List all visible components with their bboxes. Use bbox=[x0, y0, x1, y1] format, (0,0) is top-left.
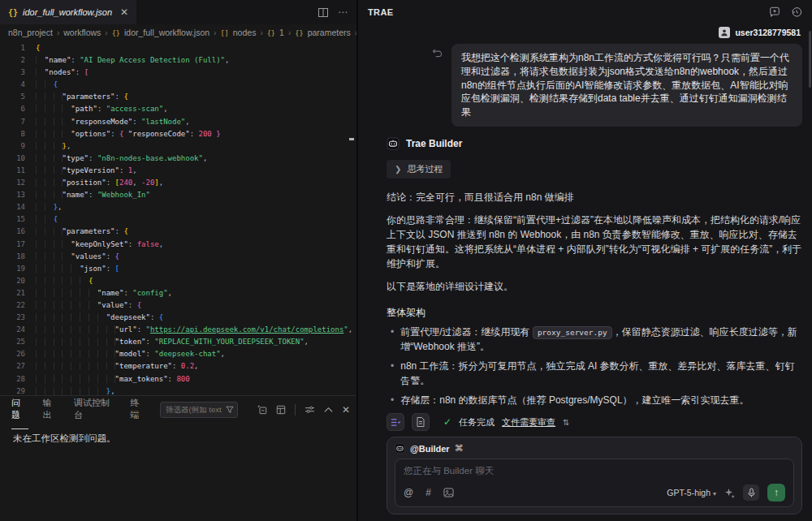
chat-scrollbar[interactable] bbox=[809, 31, 811, 88]
panel-tab[interactable]: 输出 bbox=[43, 390, 60, 429]
user-message: 我想把这个检测系统重构为n8n工作流的方式你觉得可行吗？只需前置一个代理和过滤器… bbox=[451, 44, 802, 127]
new-chat-icon[interactable] bbox=[769, 6, 780, 18]
editor-pane: {} idor_full_workflow.json ✕ ⋯ n8n_proje… bbox=[0, 0, 358, 521]
code-line: 28 "max_tokens": 800 bbox=[0, 373, 356, 385]
code-editor[interactable]: 1{2 "name": "AI Deep Access Detection (F… bbox=[0, 41, 356, 395]
breadcrumb-item[interactable]: workflows bbox=[63, 28, 101, 37]
paragraph: 你的思路非常合理：继续保留“前置代理+过滤器”在本地以降低噪声和成本，把结构化的… bbox=[387, 213, 802, 271]
chat-title: TRAE bbox=[368, 7, 394, 17]
code-line: 4 { bbox=[0, 79, 356, 91]
breadcrumb[interactable]: n8n_project›workflows›{} idor_full_workf… bbox=[0, 24, 356, 41]
code-line: 5 "parameters": { bbox=[0, 91, 356, 103]
breadcrumb-item[interactable]: [] nodes bbox=[220, 28, 256, 37]
chat-pane: TRAE user3128779581 我 bbox=[358, 0, 812, 521]
revert-checkpoint-icon[interactable] bbox=[432, 48, 443, 58]
panel-tab[interactable]: 调试控制台 bbox=[74, 390, 115, 429]
expand-collapse-icon[interactable]: ⇅ bbox=[563, 418, 569, 427]
filter-settings-icon[interactable] bbox=[304, 405, 315, 414]
sparkle-icon[interactable] bbox=[724, 488, 735, 498]
mic-icon[interactable] bbox=[743, 484, 759, 501]
code-line: 8 "options": { "responseCode": 200 } bbox=[0, 128, 356, 140]
code-line: 27 "temperature": 0.2, bbox=[0, 360, 356, 372]
breadcrumb-item[interactable]: n8n_project bbox=[8, 28, 53, 37]
paragraph: 以下是落地的详细设计建议。 bbox=[387, 279, 802, 294]
assistant-blocks: 结论：完全可行，而且很适合用 n8n 做编排你的思路非常合理：继续保留“前置代理… bbox=[387, 190, 802, 409]
thinking-process-toggle[interactable]: ❯ 思考过程 bbox=[387, 160, 451, 179]
paragraph: 结论：完全可行，而且很适合用 n8n 做编排 bbox=[387, 190, 802, 205]
task-list-button[interactable] bbox=[387, 413, 404, 431]
code-line: 1{ bbox=[0, 42, 356, 54]
code-line: 14 }, bbox=[0, 201, 356, 213]
file-changes-button[interactable] bbox=[412, 413, 430, 431]
context-icon[interactable]: # bbox=[425, 487, 431, 498]
chevron-down-icon: ▾ bbox=[713, 490, 716, 497]
image-upload-icon[interactable] bbox=[443, 488, 454, 497]
bullet-item: •存储层：n8n 的数据库节点（推荐 Postgres/MySQL），建立唯一索… bbox=[387, 393, 802, 407]
editor-tabbar: {} idor_full_workflow.json ✕ ⋯ bbox=[0, 0, 356, 24]
code-line: 29 }, bbox=[0, 385, 356, 395]
code-line: 25 "token": "REPLACE_WITH_YOUR_DEEPSEEK_… bbox=[0, 336, 356, 348]
tab-title: idor_full_workflow.json bbox=[23, 7, 112, 17]
breadcrumb-item[interactable]: {} idor_full_workflow.json bbox=[112, 28, 209, 37]
json-file-icon: {} bbox=[8, 8, 18, 17]
history-icon[interactable] bbox=[791, 6, 802, 18]
model-name: GPT-5-high bbox=[667, 488, 710, 497]
chat-input-container: @Builder ⌘ @ # GPT-5-high ▾ bbox=[387, 437, 802, 515]
send-button[interactable]: ↑ bbox=[767, 484, 785, 502]
breadcrumb-item[interactable]: {} parameters bbox=[295, 28, 350, 37]
username: user3128779581 bbox=[735, 28, 801, 37]
split-editor-icon[interactable] bbox=[318, 8, 328, 17]
tab-close-icon[interactable]: ✕ bbox=[120, 6, 128, 18]
code-line: 20 { bbox=[0, 275, 356, 287]
chat-header: TRAE bbox=[358, 0, 812, 24]
code-line: 12 "position": [240, -20], bbox=[0, 177, 356, 189]
filter-input[interactable] bbox=[166, 405, 222, 414]
code-line: 17 "keepOnlySet": false, bbox=[0, 239, 356, 251]
avatar bbox=[719, 27, 730, 38]
table-view-icon[interactable] bbox=[276, 405, 286, 415]
code-line: 10 "type": "n8n-nodes-base.webhook", bbox=[0, 153, 356, 165]
code-line: 11 "typeVersion": 1, bbox=[0, 165, 356, 177]
code-line: 26 "model": "deepseek-chat", bbox=[0, 348, 356, 360]
shortcut-hint: ⌘ bbox=[455, 443, 464, 454]
breadcrumb-item[interactable]: {} 1 bbox=[267, 28, 284, 37]
panel-tab[interactable]: 问题 bbox=[11, 390, 28, 429]
mention-icon[interactable]: @ bbox=[404, 487, 413, 498]
problems-filter[interactable] bbox=[160, 402, 238, 418]
agent-chip[interactable]: @Builder bbox=[410, 444, 450, 454]
task-complete-check-icon: ✓ bbox=[443, 416, 451, 428]
builder-chip-icon bbox=[395, 443, 405, 454]
app-window: {} idor_full_workflow.json ✕ ⋯ n8n_proje… bbox=[0, 0, 812, 521]
task-status-bar: ✓ 任务完成 文件需要审查 ⇅ bbox=[358, 409, 812, 435]
code-line: 2 "name": "AI Deep Access Detection (Ful… bbox=[0, 54, 356, 67]
bullet-item: •前置代理/过滤器：继续用现有 proxy_server.py，保留静态资源过滤… bbox=[387, 325, 802, 354]
chat-scroll-area[interactable]: user3128779581 我想把这个检测系统重构为n8n工作流的方式你觉得可… bbox=[358, 24, 812, 409]
code-line: 6 "path": "access-scan", bbox=[0, 103, 356, 115]
maximize-panel-icon[interactable] bbox=[324, 407, 333, 413]
assistant-name: Trae Builder bbox=[406, 138, 462, 149]
chevron-right-icon: ❯ bbox=[395, 165, 401, 174]
close-panel-icon[interactable]: ✕ bbox=[342, 404, 350, 416]
code-lines: 1{2 "name": "AI Deep Access Detection (F… bbox=[0, 42, 356, 395]
funnel-icon bbox=[226, 406, 234, 414]
section-heading: 整体架构 bbox=[387, 305, 802, 320]
tab-idor-full-workflow[interactable]: {} idor_full_workflow.json ✕ bbox=[0, 0, 136, 24]
panel-tab[interactable]: 终端 bbox=[130, 390, 147, 429]
message-input-box[interactable]: @ # GPT-5-high ▾ ↑ bbox=[395, 459, 794, 507]
code-line: 18 "values": { bbox=[0, 251, 356, 263]
code-line: 21 "name": "config", bbox=[0, 287, 356, 299]
code-line: 15 { bbox=[0, 213, 356, 226]
code-line: 7 "responseMode": "lastNode", bbox=[0, 116, 356, 128]
code-line: 13 "name": "Webhook_In" bbox=[0, 189, 356, 201]
code-line: 3 "nodes": [ bbox=[0, 67, 356, 79]
collapse-all-icon[interactable] bbox=[257, 405, 267, 415]
code-line: 22 "value": { bbox=[0, 299, 356, 312]
model-selector[interactable]: GPT-5-high ▾ bbox=[667, 488, 716, 497]
code-line: 9 }, bbox=[0, 140, 356, 153]
panel-tabs: 问题输出调试控制台终端 bbox=[11, 390, 147, 429]
thinking-label: 思考过程 bbox=[407, 163, 443, 175]
message-input[interactable] bbox=[404, 465, 785, 481]
code-line: 23 "deepseek": { bbox=[0, 312, 356, 324]
more-actions-icon[interactable]: ⋯ bbox=[338, 6, 348, 18]
files-need-review-link[interactable]: 文件需要审查 bbox=[502, 416, 555, 428]
